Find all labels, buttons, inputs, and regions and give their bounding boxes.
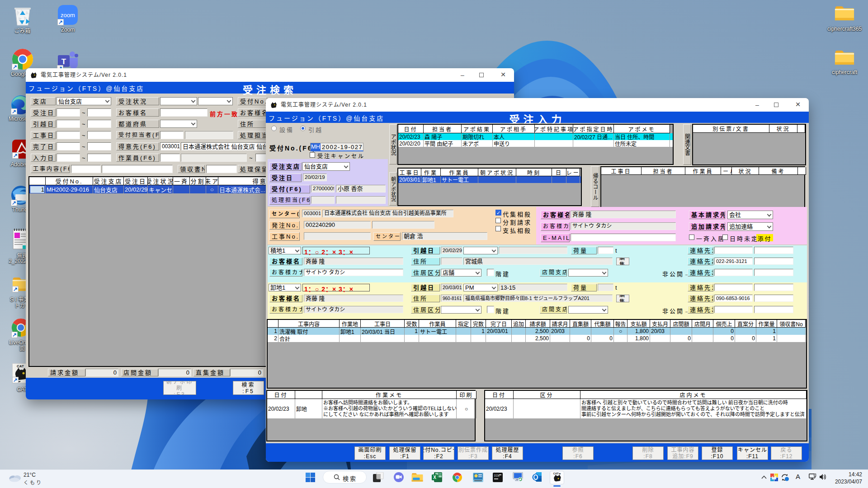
svg-text:X: X	[433, 475, 436, 480]
svg-text:zoom: zoom	[61, 12, 75, 19]
svg-text:CAT'w: CAT'w	[553, 472, 561, 475]
svg-text:DIN: DIN	[494, 474, 500, 478]
svg-text:CAT: CAT	[17, 364, 24, 368]
